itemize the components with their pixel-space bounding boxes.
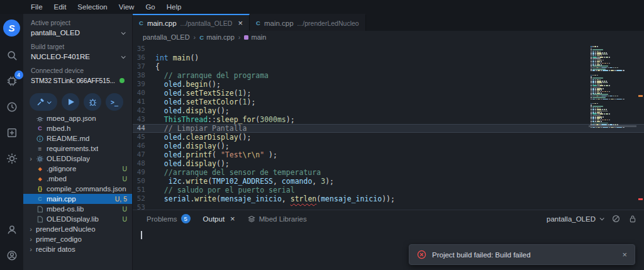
build-toolbar: >_ bbox=[23, 86, 132, 117]
code-line[interactable]: 37{ bbox=[133, 62, 644, 71]
code-line[interactable]: 42 oled.display(); bbox=[133, 106, 644, 115]
notification-close-icon[interactable]: × bbox=[622, 250, 627, 259]
terminal-button[interactable]: >_ bbox=[106, 93, 123, 111]
chevron-right-icon: › bbox=[194, 33, 196, 41]
tree-item-label: OLEDDisplay.lib bbox=[47, 215, 99, 223]
panel-tab-output[interactable]: Output× bbox=[197, 210, 242, 227]
editor-tab[interactable]: Cmain.cpp.../pantalla_OLED× bbox=[133, 14, 250, 31]
tree-item[interactable]: ›OLEDDisplay bbox=[23, 154, 132, 164]
build-target-section: Build target NUCLEO-F401RE bbox=[23, 38, 132, 62]
line-number: 44 bbox=[133, 124, 155, 133]
menu-go[interactable]: Go bbox=[140, 1, 160, 13]
active-project-value: pantalla_OLED bbox=[31, 29, 80, 37]
git-status-badge: U bbox=[119, 205, 127, 213]
tree-item[interactable]: mbed-os.libU bbox=[23, 204, 132, 214]
menu-file[interactable]: File bbox=[25, 1, 48, 13]
build-target-dropdown[interactable]: NUCLEO-F401RE bbox=[31, 53, 125, 60]
tree-item[interactable]: ◆.gitignoreU bbox=[23, 164, 132, 174]
code-line[interactable]: 52 serial.write(mensaje_inicio, strlen(m… bbox=[133, 194, 644, 203]
code-line[interactable]: 47 oled.printf( "Test\r\n" ); bbox=[133, 150, 644, 159]
code-text: ThisThread::sleep_for(3000ms); bbox=[155, 115, 295, 124]
code-line[interactable]: 35 bbox=[133, 45, 644, 53]
code-text: oled.display(); bbox=[155, 106, 230, 115]
cpp-file-icon: C bbox=[256, 20, 260, 26]
close-icon[interactable]: × bbox=[230, 214, 235, 223]
tree-item[interactable]: OLEDDisplay.libU bbox=[23, 214, 132, 224]
breadcrumb-label: main bbox=[251, 33, 266, 41]
code-line[interactable]: 38 // arranque del programa bbox=[133, 71, 644, 80]
active-project-dropdown[interactable]: pantalla_OLED bbox=[31, 29, 125, 37]
scroll-lock-icon[interactable] bbox=[629, 215, 636, 223]
code-line[interactable]: 39 oled.begin(); bbox=[133, 80, 644, 89]
breadcrumb-item[interactable]: pantalla_OLED bbox=[143, 33, 190, 41]
tree-item[interactable]: ≡requirements.txt bbox=[23, 143, 132, 154]
window-body: S 4 bbox=[0, 14, 644, 270]
code-line[interactable]: 43 ThisThread::sleep_for(3000ms); bbox=[133, 115, 644, 124]
code-editor[interactable]: 3536int main()37{38 // arranque del prog… bbox=[133, 43, 644, 210]
tree-item[interactable]: ›recibir datos bbox=[23, 244, 132, 254]
debug-button[interactable] bbox=[84, 93, 101, 111]
user-icon[interactable] bbox=[5, 223, 19, 237]
code-text: i2c.write(TMP102_ADDRESS, comando, 3); bbox=[155, 177, 334, 186]
panel-tab-mbed-libraries[interactable]: Mbed Libraries bbox=[242, 210, 313, 227]
output-scope-dropdown[interactable]: pantalla_OLED bbox=[547, 215, 603, 223]
code-line[interactable]: 46 oled.display(); bbox=[133, 142, 644, 150]
panel-controls: pantalla_OLED bbox=[547, 215, 636, 223]
code-line[interactable]: 45 oled.clearDisplay(); bbox=[133, 133, 644, 142]
line-number: 47 bbox=[133, 150, 155, 159]
breadcrumb-item[interactable]: Cmain.cpp bbox=[199, 33, 235, 41]
close-icon[interactable]: × bbox=[238, 18, 243, 28]
line-number: 51 bbox=[133, 186, 155, 194]
build-button[interactable] bbox=[30, 93, 57, 111]
account-icon[interactable] bbox=[5, 249, 19, 262]
menu-help[interactable]: Help bbox=[161, 1, 187, 13]
tree-item[interactable]: Cmbed.h bbox=[23, 123, 132, 133]
code-line[interactable]: 53 bbox=[133, 203, 644, 210]
history-icon[interactable] bbox=[5, 100, 19, 114]
overview-ruler[interactable] bbox=[636, 43, 644, 210]
editor-tab[interactable]: Cmain.cpp.../prenderLedNucleo bbox=[250, 14, 366, 31]
new-window-icon[interactable] bbox=[5, 126, 19, 140]
tree-item-label: mbed.h bbox=[47, 125, 70, 132]
minimap[interactable] bbox=[589, 45, 636, 210]
code-text: // Limpiar Pantalla bbox=[155, 124, 247, 133]
code-line[interactable]: 36int main() bbox=[133, 53, 644, 62]
error-icon bbox=[417, 250, 426, 259]
code-line[interactable]: 41 oled.setTextColor(1); bbox=[133, 98, 644, 106]
sidebar: Active project pantalla_OLED Build targe… bbox=[23, 14, 133, 270]
code-line[interactable]: 49 //arranque del sensor de temperatura bbox=[133, 168, 644, 177]
tree-item[interactable]: {}compile_commands.json bbox=[23, 184, 132, 194]
menu-edit[interactable]: Edit bbox=[48, 1, 72, 13]
mbed-studio-logo[interactable]: S bbox=[3, 20, 20, 37]
code-line[interactable]: 44 // Limpiar Pantalla bbox=[133, 124, 644, 133]
git-status-badge: U bbox=[119, 175, 127, 183]
tree-item[interactable]: ◆.mbedU bbox=[23, 174, 132, 184]
panel-tab-problems[interactable]: Problems5 bbox=[140, 210, 197, 227]
code-line[interactable]: 48 oled.display(); bbox=[133, 159, 644, 168]
tree-item[interactable]: README.md bbox=[23, 133, 132, 143]
libraries-icon bbox=[248, 215, 255, 223]
tree-item[interactable]: ›primer_codigo bbox=[23, 234, 132, 244]
breadcrumb-item[interactable]: main bbox=[244, 33, 266, 41]
menu-view[interactable]: View bbox=[113, 1, 140, 13]
settings-gear-icon[interactable] bbox=[5, 152, 19, 166]
run-button[interactable] bbox=[62, 93, 79, 111]
clear-output-icon[interactable] bbox=[612, 215, 620, 223]
connected-device-label: Connected device bbox=[31, 67, 125, 74]
search-icon[interactable] bbox=[5, 48, 19, 62]
chevron-down-icon bbox=[121, 30, 126, 35]
code-line[interactable]: 40 oled.setTextSize(1); bbox=[133, 89, 644, 98]
code-line[interactable]: 50 i2c.write(TMP102_ADDRESS, comando, 3)… bbox=[133, 177, 644, 186]
tree-item[interactable]: ›prenderLedNucleo bbox=[23, 224, 132, 234]
device-connector-icon[interactable]: 4 bbox=[5, 74, 19, 88]
code-text: oled.display(); bbox=[155, 159, 230, 168]
code-line[interactable]: 51 // saludo por el puerto serial bbox=[133, 186, 644, 194]
tree-item-label: primer_codigo bbox=[36, 235, 82, 243]
connected-device-row[interactable]: STM32 STLink: 066AFF515... bbox=[31, 77, 125, 84]
tree-item[interactable]: Cmain.cppU, 5 bbox=[23, 194, 132, 204]
menu-selection[interactable]: Selection bbox=[72, 1, 113, 13]
chevron-right-icon: › bbox=[28, 225, 33, 233]
tree-item-label: .mbed bbox=[47, 175, 67, 183]
play-icon bbox=[69, 99, 74, 105]
git-status-badge: U bbox=[119, 165, 127, 172]
